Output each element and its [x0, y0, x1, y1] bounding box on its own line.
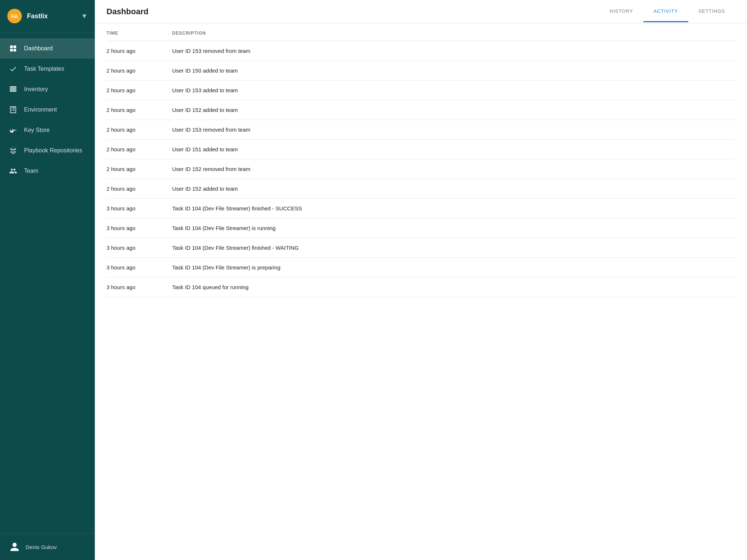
sidebar-item-environment[interactable]: Environment [0, 100, 95, 120]
table-row: 3 hours agoTask ID 104 (Dev File Streame… [107, 258, 735, 277]
sidebar-item-label: Playbook Repositories [24, 147, 82, 154]
sidebar-item-dashboard[interactable]: Dashboard [0, 38, 95, 59]
table-row: 3 hours agoTask ID 104 (Dev File Streame… [107, 238, 735, 258]
activity-tbody: 2 hours agoUser ID 153 removed from team… [107, 41, 735, 297]
svg-rect-0 [10, 86, 16, 88]
tab-settings[interactable]: SETTINGS [688, 1, 735, 22]
activity-description: User ID 152 added to team [172, 179, 735, 199]
tab-history[interactable]: HISTORY [599, 1, 643, 22]
activity-time: 3 hours ago [107, 277, 172, 297]
tab-activity[interactable]: ACTIVITY [643, 1, 688, 22]
activity-table: TIME DESCRIPTION 2 hours agoUser ID 153 … [107, 23, 735, 297]
page-title: Dashboard [107, 7, 599, 16]
sidebar-item-team[interactable]: Team [0, 161, 95, 181]
table-row: 2 hours agoUser ID 153 removed from team [107, 120, 735, 140]
column-header-description: DESCRIPTION [172, 23, 735, 41]
activity-time: 2 hours ago [107, 81, 172, 100]
top-bar: Dashboard HISTORY ACTIVITY SETTINGS [95, 0, 747, 23]
sidebar: FA Fastlix ▼ Dashboard Task Templates In… [0, 0, 95, 560]
sidebar-item-label: Inventory [24, 86, 48, 93]
table-row: 2 hours agoUser ID 150 added to team [107, 61, 735, 81]
sidebar-item-label: Environment [24, 106, 57, 113]
chevron-down-icon[interactable]: ▼ [81, 12, 88, 20]
activity-description: User ID 153 added to team [172, 81, 735, 100]
activity-time: 2 hours ago [107, 100, 172, 120]
table-row: 2 hours agoUser ID 153 added to team [107, 81, 735, 100]
sidebar-item-inventory[interactable]: Inventory [0, 79, 95, 100]
org-name: Fastlix [27, 12, 76, 20]
table-row: 2 hours agoUser ID 152 added to team [107, 100, 735, 120]
user-name: Denis Gukov [26, 544, 57, 550]
activity-description: User ID 152 added to team [172, 100, 735, 120]
activity-time: 3 hours ago [107, 199, 172, 218]
activity-description: Task ID 104 (Dev File Streamer) finished… [172, 199, 735, 218]
table-row: 2 hours agoUser ID 151 added to team [107, 140, 735, 159]
table-row: 2 hours agoUser ID 152 added to team [107, 179, 735, 199]
main-content: Dashboard HISTORY ACTIVITY SETTINGS TIME… [95, 0, 747, 560]
activity-description: User ID 152 removed from team [172, 159, 735, 179]
svg-rect-1 [10, 88, 16, 90]
team-icon [9, 167, 18, 175]
activity-description: Task ID 104 (Dev File Streamer) finished… [172, 238, 735, 258]
sidebar-item-task-templates[interactable]: Task Templates [0, 59, 95, 79]
sidebar-footer[interactable]: Denis Gukov [0, 533, 95, 560]
tabs: HISTORY ACTIVITY SETTINGS [599, 1, 735, 22]
activity-time: 2 hours ago [107, 140, 172, 159]
activity-description: Task ID 104 (Dev File Streamer) is runni… [172, 218, 735, 238]
nav-list: Dashboard Task Templates Inventory Envir… [0, 32, 95, 533]
sidebar-item-key-store[interactable]: Key Store [0, 120, 95, 140]
activity-description: User ID 153 removed from team [172, 120, 735, 140]
sidebar-item-label: Key Store [24, 127, 50, 133]
column-header-time: TIME [107, 23, 172, 41]
activity-time: 2 hours ago [107, 61, 172, 81]
sidebar-item-label: Team [24, 168, 38, 174]
table-row: 3 hours agoTask ID 104 queued for runnin… [107, 277, 735, 297]
table-row: 3 hours agoTask ID 104 (Dev File Streame… [107, 218, 735, 238]
activity-time: 3 hours ago [107, 238, 172, 258]
activity-description: User ID 151 added to team [172, 140, 735, 159]
table-row: 2 hours agoUser ID 152 removed from team [107, 159, 735, 179]
dashboard-icon [9, 44, 18, 53]
table-row: 2 hours agoUser ID 153 removed from team [107, 41, 735, 61]
activity-description: User ID 153 removed from team [172, 41, 735, 61]
activity-time: 2 hours ago [107, 41, 172, 61]
activity-content: TIME DESCRIPTION 2 hours agoUser ID 153 … [95, 23, 747, 560]
activity-description: Task ID 104 queued for running [172, 277, 735, 297]
inventory-icon [9, 85, 18, 94]
activity-time: 2 hours ago [107, 120, 172, 140]
org-avatar: FA [7, 9, 22, 23]
playbook-icon [9, 146, 18, 155]
table-row: 3 hours agoTask ID 104 (Dev File Streame… [107, 199, 735, 218]
user-icon [9, 541, 20, 553]
activity-time: 3 hours ago [107, 258, 172, 277]
sidebar-header[interactable]: FA Fastlix ▼ [0, 0, 95, 32]
key-store-icon [9, 126, 18, 135]
activity-time: 2 hours ago [107, 179, 172, 199]
activity-time: 2 hours ago [107, 159, 172, 179]
activity-description: Task ID 104 (Dev File Streamer) is prepa… [172, 258, 735, 277]
sidebar-item-label: Task Templates [24, 66, 64, 72]
sidebar-item-label: Dashboard [24, 45, 53, 52]
task-templates-icon [9, 65, 18, 73]
sidebar-item-playbook-repositories[interactable]: Playbook Repositories [0, 140, 95, 161]
svg-rect-2 [10, 90, 16, 92]
environment-icon [9, 105, 18, 114]
activity-description: User ID 150 added to team [172, 61, 735, 81]
activity-time: 3 hours ago [107, 218, 172, 238]
